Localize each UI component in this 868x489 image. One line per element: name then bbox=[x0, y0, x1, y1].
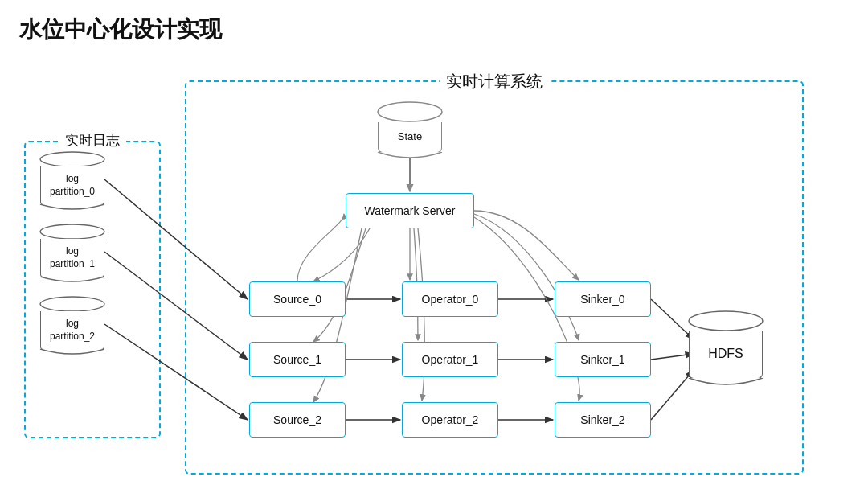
sinker-1-node: Sinker_1 bbox=[555, 342, 651, 377]
source-1-node: Source_1 bbox=[249, 342, 346, 377]
hdfs-cylinder: HDFS bbox=[687, 310, 764, 388]
watermark-server-label: Watermark Server bbox=[364, 204, 455, 217]
hdfs-label: HDFS bbox=[708, 346, 743, 363]
log-box-label: 实时日志 bbox=[59, 131, 126, 150]
diagram-area: 实时计算系统 实时日志 bbox=[0, 56, 868, 489]
source-0-node: Source_0 bbox=[249, 281, 346, 317]
sinker-2-node: Sinker_2 bbox=[555, 402, 651, 438]
svg-point-15 bbox=[40, 224, 104, 239]
log-partition-0-cylinder: logpartition_0 bbox=[39, 151, 106, 212]
watermark-server-node: Watermark Server bbox=[346, 193, 474, 228]
log-partition-1-cylinder: logpartition_1 bbox=[39, 224, 106, 285]
source-0-label: Source_0 bbox=[273, 293, 321, 306]
sinker-0-node: Sinker_0 bbox=[555, 281, 651, 317]
sinker-2-label: Sinker_2 bbox=[580, 413, 624, 426]
sinker-1-label: Sinker_1 bbox=[580, 353, 624, 366]
operator-1-label: Operator_1 bbox=[422, 353, 479, 366]
operator-2-node: Operator_2 bbox=[402, 402, 498, 438]
operator-1-node: Operator_1 bbox=[402, 342, 498, 377]
source-1-label: Source_1 bbox=[273, 353, 321, 366]
system-label: 实时计算系统 bbox=[440, 71, 549, 92]
log-1-label: logpartition_1 bbox=[50, 245, 95, 270]
log-0-label: logpartition_0 bbox=[50, 173, 95, 198]
operator-2-label: Operator_2 bbox=[422, 413, 479, 426]
svg-point-16 bbox=[40, 297, 104, 311]
svg-point-17 bbox=[689, 311, 763, 331]
source-2-node: Source_2 bbox=[249, 402, 346, 438]
state-cylinder: State bbox=[376, 101, 444, 160]
source-2-label: Source_2 bbox=[273, 413, 321, 426]
sinker-0-label: Sinker_0 bbox=[580, 293, 624, 306]
page-title: 水位中心化设计实现 bbox=[0, 0, 868, 53]
operator-0-node: Operator_0 bbox=[402, 281, 498, 317]
state-label: State bbox=[398, 130, 422, 144]
log-2-label: logpartition_2 bbox=[50, 318, 95, 343]
operator-0-label: Operator_0 bbox=[422, 293, 479, 306]
svg-point-13 bbox=[378, 102, 442, 121]
log-partition-2-cylinder: logpartition_2 bbox=[39, 296, 106, 357]
svg-point-14 bbox=[40, 152, 104, 166]
